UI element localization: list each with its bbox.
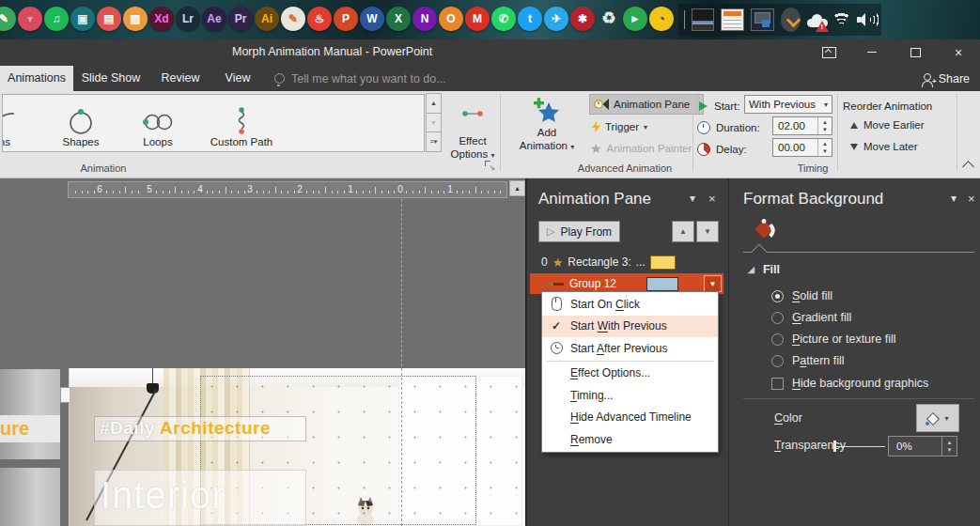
reorder-up-button[interactable]: ▲ <box>672 221 694 242</box>
play-from-button[interactable]: ▷ Play From <box>538 221 620 242</box>
animation-painter-button[interactable]: ★ Animation Painter <box>590 138 692 159</box>
onedrive-warning-icon[interactable] <box>807 14 826 29</box>
duration-spinner-arrows[interactable]: ▲▼ <box>817 117 832 134</box>
tab-animations[interactable]: Animations <box>0 66 73 91</box>
spreadsheet-window-thumbnail[interactable] <box>721 8 744 31</box>
wifi-icon[interactable] <box>832 13 849 27</box>
recycle-bin-icon[interactable]: ♻ <box>597 7 621 31</box>
whatsapp-icon[interactable]: ✆ <box>491 7 516 31</box>
share-button[interactable]: + Share <box>916 69 975 89</box>
gallery-scroll-down-button[interactable]: ▼ <box>426 113 442 133</box>
tab-view[interactable]: View <box>218 66 257 91</box>
gallery-item-custom-path[interactable]: Custom Path <box>196 95 287 151</box>
after-effects-icon[interactable]: Ae <box>202 7 226 31</box>
pane-menu-button[interactable]: ▾ <box>690 192 695 205</box>
checkbox-hide-background-graphics[interactable]: Hide background graphics <box>771 377 928 390</box>
hotspot-app-icon[interactable]: ♨ <box>307 7 332 31</box>
launcher-app-icon[interactable]: ► <box>623 7 647 31</box>
menu-item-timing[interactable]: Timing... <box>542 384 718 407</box>
radio-picture-or-texture-fill[interactable]: Picture or texture fill <box>771 333 895 346</box>
trigger-button[interactable]: Trigger ▾ <box>592 116 647 137</box>
transparency-spinner-arrows[interactable]: ▲▼ <box>941 437 957 456</box>
ribbon-display-options-button[interactable] <box>807 39 850 66</box>
interior-textbox[interactable]: Interior <box>94 470 306 526</box>
tab-review[interactable]: Review <box>153 66 208 91</box>
asterisk-app-icon[interactable]: ✱ <box>570 7 595 31</box>
add-animation-button[interactable]: Add Animation ▾ <box>509 94 584 154</box>
show-hidden-icons-chevron[interactable] <box>781 8 801 32</box>
collapse-ribbon-chevron[interactable] <box>962 161 974 173</box>
offslide-shape[interactable] <box>0 468 60 526</box>
gallery-item-loops[interactable]: Loops <box>119 95 196 151</box>
radio-gradient-fill[interactable]: Gradient fill <box>771 311 851 324</box>
delay-spinbox[interactable]: 00.00 ▲▼ <box>772 138 832 157</box>
gallery-more-button[interactable]: ≡▾ <box>426 132 442 152</box>
delay-spinner-arrows[interactable]: ▲▼ <box>817 139 832 156</box>
premiere-icon[interactable]: Pr <box>228 7 253 31</box>
duration-spinbox[interactable]: 02.00 ▲▼ <box>772 116 832 135</box>
scroll-up-button[interactable]: ▲ <box>509 180 525 196</box>
menu-item-hide-advanced-timeline[interactable]: Hide Advanced Timeline <box>542 407 718 429</box>
color-dropdown-button[interactable]: ▾ <box>916 404 959 432</box>
animation-item-rectangle3[interactable]: 0 ★ Rectangle 3: ... <box>530 252 723 272</box>
menu-item-remove[interactable]: Remove <box>542 428 718 451</box>
offslide-shape[interactable] <box>0 369 60 459</box>
media-app-icon[interactable]: ♆ <box>18 7 42 31</box>
gmail-icon[interactable]: M <box>465 7 490 31</box>
move-later-button[interactable]: Move Later <box>850 141 918 152</box>
effect-options-button[interactable]: Effect Options ▾ <box>447 94 498 162</box>
tell-me-box[interactable]: Tell me what you want to do... <box>274 66 446 91</box>
ruler-tick <box>488 191 489 193</box>
offslide-text-shape[interactable]: ure <box>0 415 60 442</box>
panel-menu-button[interactable]: ▾ <box>951 192 957 205</box>
powerpoint-icon[interactable]: P <box>334 7 358 31</box>
item-dropdown-button[interactable]: ▼ <box>704 275 722 292</box>
app-window-thumbnail[interactable] <box>751 8 774 31</box>
ruler-tick <box>337 191 338 193</box>
excel-icon[interactable]: X <box>386 7 411 31</box>
lightroom-icon[interactable]: Lr <box>176 7 200 31</box>
move-earlier-button[interactable]: Move Earlier <box>850 119 925 131</box>
fill-section-header[interactable]: ◢ Fill <box>748 263 780 276</box>
spotify-icon[interactable]: ♫ <box>44 7 69 31</box>
tab-slide-show[interactable]: Slide Show <box>77 66 145 91</box>
transparency-slider-handle[interactable] <box>833 441 836 452</box>
telegram-icon[interactable]: ✈ <box>544 7 568 31</box>
notes-app-icon[interactable]: ✎ <box>0 7 16 31</box>
onenote-icon[interactable]: N <box>412 7 437 31</box>
minimize-button[interactable] <box>850 39 894 66</box>
video-app-icon[interactable]: ▤ <box>97 7 121 31</box>
close-button[interactable]: × <box>937 39 980 66</box>
tv-app-icon[interactable]: ▣ <box>70 7 95 31</box>
pencil-app-icon[interactable]: ✎ <box>281 7 305 31</box>
word-icon[interactable]: W <box>360 7 384 31</box>
adobe-xd-icon[interactable]: Xd <box>149 7 174 31</box>
animation-pane-toggle-button[interactable]: Animation Pane <box>589 94 704 115</box>
panel-close-button[interactable]: × <box>968 192 975 206</box>
gallery-scroll-up-button[interactable]: ▲ <box>426 93 442 114</box>
daily-architecture-textbox[interactable]: #Daily Architecture <box>94 416 306 441</box>
start-dropdown[interactable]: With Previous ▾ <box>744 95 832 114</box>
printer-tray-icon[interactable] <box>692 8 715 31</box>
reorder-down-button[interactable]: ▼ <box>696 221 719 242</box>
menu-item-start-on-click[interactable]: Start On Click <box>542 293 718 316</box>
radio-solid-fill[interactable]: Solid fill <box>771 289 832 302</box>
radio-pattern-fill[interactable]: Pattern fill <box>771 354 845 367</box>
gallery-item-turns[interactable]: rns <box>2 95 27 151</box>
illustrator-icon[interactable]: Ai <box>255 7 279 31</box>
restore-button[interactable] <box>894 39 937 66</box>
outlook-icon[interactable]: O <box>439 7 463 31</box>
menu-item-start-after-previous[interactable]: Start After Previous <box>542 337 718 360</box>
transparency-spinbox[interactable]: 0% ▲▼ <box>888 436 957 456</box>
volume-icon[interactable] <box>857 12 876 27</box>
twitter-icon[interactable]: t <box>518 7 542 31</box>
photos-app-icon[interactable]: ▨ <box>123 7 148 31</box>
gallery-item-shapes[interactable]: Shapes <box>42 95 119 151</box>
slide-photo[interactable]: #Daily Architecture Interior <box>70 368 525 526</box>
pane-close-button[interactable]: × <box>708 192 716 206</box>
menu-item-start-with-previous[interactable]: ✓ Start With Previous <box>542 316 718 338</box>
clock-app-icon[interactable]: ◔ <box>649 7 674 31</box>
menu-item-effect-options[interactable]: Effect Options... <box>542 363 718 385</box>
move-later-arrow-icon <box>850 144 858 150</box>
transparency-slider-track[interactable] <box>835 446 885 447</box>
